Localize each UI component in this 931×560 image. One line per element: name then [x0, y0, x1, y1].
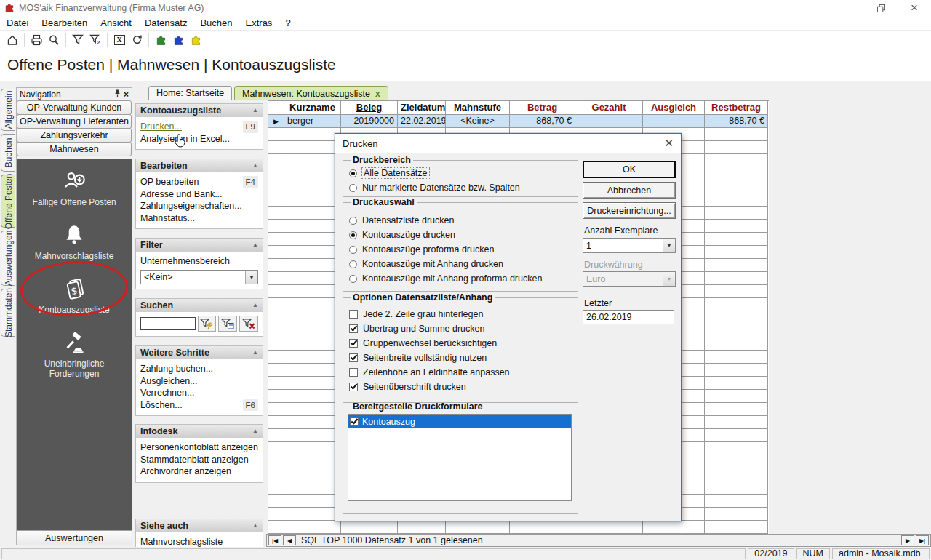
first-record-button[interactable]: |◀: [268, 535, 281, 545]
checkbox-gruppenwechsel[interactable]: Gruppenwechsel berücksichtigen: [349, 336, 572, 351]
last-record-button[interactable]: ▶|: [916, 535, 929, 545]
radio-icon[interactable]: [349, 275, 357, 283]
section-header[interactable]: Siehe auch ▲: [136, 519, 263, 532]
previous-record-button[interactable]: ◀: [283, 535, 296, 545]
action-zahlung-buchen[interactable]: Zahlung buchen...: [140, 363, 258, 375]
shortcut-uneinbringliche-forderungen[interactable]: Uneinbringliche Forderungen: [17, 332, 132, 379]
collapse-icon[interactable]: ▲: [252, 425, 258, 438]
action-adresse-und-bank[interactable]: Adresse und Bank...: [140, 188, 258, 201]
shortcut-kontoauszugsliste[interactable]: $ Kontoauszugsliste: [17, 277, 132, 315]
close-panel-icon[interactable]: ×: [124, 89, 129, 100]
checkbox-seitenueberschrift[interactable]: Seitenüberschrift drucken: [349, 380, 572, 394]
radio-kontoauszuege-mit-anhang-proforma[interactable]: Kontoauszüge mit Anhang proforma drucken: [349, 271, 572, 286]
sidebar-tab-buchen[interactable]: Buchen: [1, 134, 15, 172]
close-button[interactable]: ×: [898, 0, 931, 16]
print-preview-icon[interactable]: [45, 32, 63, 48]
action-ausgleichen[interactable]: Ausgleichen...: [140, 375, 258, 388]
tab-mahnwesen-kontoauszugsliste[interactable]: Mahnwesen: Kontoauszugsliste x: [234, 86, 388, 100]
section-header[interactable]: Filter ▲: [136, 239, 263, 252]
menu-datensatz[interactable]: Datensatz: [138, 16, 194, 31]
action-mahnstatus[interactable]: Mahnstatus...: [140, 212, 258, 225]
radio-nur-markierte[interactable]: Nur markierte Datensätze bzw. Spalten: [349, 180, 572, 195]
letzter-zahlungseingang-input[interactable]: 26.02.2019: [583, 310, 674, 324]
collapse-icon[interactable]: ▲: [252, 104, 258, 117]
dialog-close-icon[interactable]: ✕: [664, 137, 674, 150]
search-input[interactable]: [140, 317, 196, 330]
action-op-bearbeiten[interactable]: OP bearbeiten F4: [140, 176, 258, 188]
col-mahnstufe[interactable]: Mahnstufe: [446, 101, 510, 115]
module-green-icon[interactable]: [152, 32, 169, 48]
radio-icon[interactable]: [349, 169, 357, 177]
col-gezahlt[interactable]: Gezahlt: [575, 101, 643, 115]
next-record-button[interactable]: ▶: [901, 535, 914, 545]
section-header[interactable]: Suchen ▲: [136, 299, 263, 312]
checkbox-zeilenhoehe[interactable]: Zeilenhöhe an Feldinhalte anpassen: [349, 365, 572, 380]
nav-button-op-verwaltung-kunden[interactable]: OP-Verwaltung Kunden: [17, 100, 132, 115]
print-icon[interactable]: [28, 32, 45, 48]
section-header[interactable]: Infodesk ▲: [136, 425, 263, 438]
radio-icon[interactable]: [349, 246, 357, 254]
radio-datensatzliste-drucken[interactable]: Datensatzliste drucken: [349, 213, 572, 228]
radio-icon[interactable]: [349, 231, 357, 239]
action-loeschen[interactable]: Löschen... F6: [140, 399, 258, 412]
shortcut-faellige-offene-posten[interactable]: Fällige Offene Posten: [17, 169, 132, 207]
unternehmensbereich-select[interactable]: <Kein> ▼: [140, 270, 258, 284]
checkbox-icon[interactable]: [349, 310, 358, 319]
checkbox-icon[interactable]: [349, 339, 358, 348]
sidebar-tab-auswertungen[interactable]: Auswertungen: [1, 231, 15, 286]
sidebar-tab-stammdaten[interactable]: Stammdaten: [1, 289, 15, 337]
action-archivordner[interactable]: Archivordner anzeigen: [140, 465, 258, 478]
ok-button[interactable]: OK: [583, 161, 676, 178]
section-header[interactable]: Kontoauszugsliste ▲: [136, 104, 263, 117]
radio-kontoauszuege-proforma[interactable]: Kontoauszüge proforma drucken: [349, 242, 572, 257]
collapse-icon[interactable]: ▲: [252, 346, 258, 359]
tab-close-icon[interactable]: x: [375, 89, 380, 99]
checkbox-icon[interactable]: [350, 417, 359, 426]
col-beleg[interactable]: Beleg: [341, 101, 398, 115]
action-mahnvorschlagsliste[interactable]: Mahnvorschlagsliste: [140, 536, 258, 548]
excel-export-icon[interactable]: X: [111, 32, 128, 48]
pin-icon[interactable]: [114, 89, 121, 100]
menu-extras[interactable]: Extras: [239, 16, 279, 31]
filter-remove-icon[interactable]: [239, 316, 258, 332]
radio-icon[interactable]: [349, 260, 357, 268]
col-kurzname[interactable]: Kurzname: [284, 101, 341, 115]
section-header[interactable]: Bearbeiten ▲: [136, 159, 263, 172]
col-ausgleich[interactable]: Ausgleich: [643, 101, 705, 115]
action-analysieren-excel[interactable]: Analysieren in Excel...: [140, 133, 258, 145]
collapse-icon[interactable]: ▲: [252, 519, 258, 532]
filter-delete-icon[interactable]: 2: [87, 32, 104, 48]
checkbox-icon[interactable]: [349, 353, 358, 362]
filter-by-form-icon[interactable]: [218, 316, 237, 332]
home-icon[interactable]: [4, 32, 21, 48]
nav-button-mahnwesen[interactable]: Mahnwesen: [17, 142, 132, 156]
minimize-button[interactable]: —: [831, 0, 864, 16]
col-restbetrag[interactable]: Restbetrag: [705, 101, 768, 115]
collapse-icon[interactable]: ▲: [252, 299, 258, 312]
action-personenkontoblatt[interactable]: Personenkontoblatt anzeigen: [140, 441, 258, 454]
menu-bearbeiten[interactable]: Bearbeiten: [35, 16, 94, 31]
radio-kontoauszuege-mit-anhang[interactable]: Kontoauszüge mit Anhang drucken: [349, 257, 572, 271]
checkbox-icon[interactable]: [349, 368, 358, 377]
col-betrag[interactable]: Betrag: [510, 101, 575, 115]
checkbox-icon[interactable]: [349, 383, 358, 391]
nav-button-zahlungsverkehr[interactable]: Zahlungsverkehr: [17, 128, 132, 143]
collapse-icon[interactable]: ▲: [252, 159, 258, 172]
action-stammdatenblatt[interactable]: Stammdatenblatt anzeigen: [140, 454, 258, 466]
collapse-icon[interactable]: ▲: [252, 239, 258, 252]
restore-button[interactable]: [864, 0, 898, 16]
tab-home-startseite[interactable]: Home: Startseite: [148, 86, 232, 100]
formulare-listbox[interactable]: Kontoauszug: [348, 414, 572, 501]
checkbox-seitenbreite[interactable]: Seitenbreite vollständig nutzen: [349, 351, 572, 365]
shortcut-mahnvorschlagsliste[interactable]: Mahnvorschlagsliste: [17, 223, 132, 261]
section-header[interactable]: Weitere Schritte ▲: [136, 346, 263, 359]
list-item-kontoauszug[interactable]: Kontoauszug: [348, 415, 571, 428]
checkbox-jede-zweite-zeile[interactable]: Jede 2. Zeile grau hinterlegen: [349, 307, 572, 321]
menu-help[interactable]: ?: [279, 16, 297, 31]
filter-icon[interactable]: [69, 32, 87, 48]
anzahl-exemplare-select[interactable]: 1 ▼: [583, 238, 676, 253]
nav-button-op-verwaltung-lieferanten[interactable]: OP-Verwaltung Lieferanten: [17, 114, 132, 129]
filter-apply-icon[interactable]: [198, 316, 217, 332]
menu-datei[interactable]: Datei: [0, 16, 35, 31]
sidebar-tab-allgemein[interactable]: Allgemein: [1, 89, 15, 131]
